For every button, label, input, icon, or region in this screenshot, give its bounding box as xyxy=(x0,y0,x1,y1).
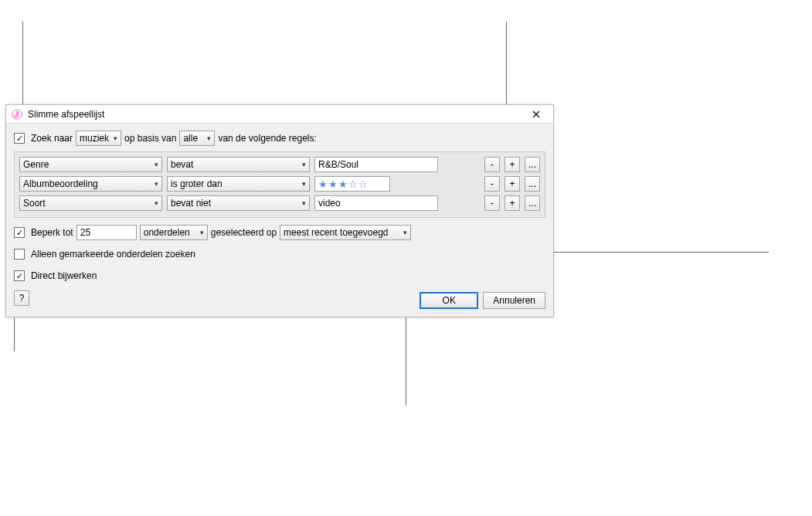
limit-sort-value: meest recent toegevoegd xyxy=(284,227,399,238)
rule-op-value: is groter dan xyxy=(171,178,297,189)
chevron-down-icon: ▾ xyxy=(155,180,158,188)
rule-row: Soort ▾ bevat niet ▾ video - + ... xyxy=(19,195,540,211)
rule-minus-button[interactable]: - xyxy=(484,157,500,172)
rule-plus-button[interactable]: + xyxy=(505,157,520,172)
live-update-label: Direct bijwerken xyxy=(31,270,97,281)
chevron-down-icon: ▾ xyxy=(302,180,306,188)
svg-point-0 xyxy=(12,109,22,118)
chevron-down-icon: ▾ xyxy=(155,199,158,207)
rule-op-select[interactable]: bevat niet ▾ xyxy=(167,195,310,211)
match-label-mid: op basis van xyxy=(124,133,176,144)
rule-field-select[interactable]: Genre ▾ xyxy=(19,157,162,172)
limit-value-text: 25 xyxy=(80,227,90,238)
only-checked-checkbox[interactable] xyxy=(14,249,25,260)
titlebar: Slimme afspeellijst xyxy=(6,105,553,124)
limit-value-input[interactable]: 25 xyxy=(76,225,137,240)
only-checked-label: Alleen gemarkeerde onderdelen zoeken xyxy=(31,249,195,260)
chevron-down-icon: ▾ xyxy=(302,199,306,207)
live-update-row: Direct bijwerken xyxy=(14,267,545,284)
rule-more-button[interactable]: ... xyxy=(525,157,540,172)
rule-op-value: bevat niet xyxy=(171,198,297,209)
rule-field-value: Soort xyxy=(23,198,150,209)
limit-unit-select[interactable]: onderdelen ▾ xyxy=(140,225,208,240)
media-select-value: muziek xyxy=(80,133,109,144)
chevron-down-icon: ▾ xyxy=(403,229,407,236)
match-label-prefix: Zoek naar xyxy=(31,133,73,144)
rule-row: Genre ▾ bevat ▾ R&B/Soul - + ... xyxy=(19,157,540,172)
dialog-body: Zoek naar muziek ▾ op basis van alle ▾ v… xyxy=(6,124,553,317)
rule-plus-button[interactable]: + xyxy=(505,176,520,192)
rule-field-select[interactable]: Albumbeoordeling ▾ xyxy=(19,176,162,192)
rule-op-select[interactable]: is groter dan ▾ xyxy=(167,176,310,192)
stars-icon: ★★★☆☆ xyxy=(318,178,368,190)
live-update-checkbox[interactable] xyxy=(14,270,25,281)
limit-label-mid: geselecteerd op xyxy=(211,227,277,238)
smart-playlist-dialog: Slimme afspeellijst Zoek naar muziek ▾ o… xyxy=(5,104,554,317)
rule-value-text: R&B/Soul xyxy=(318,159,358,170)
rule-field-select[interactable]: Soort ▾ xyxy=(19,195,162,211)
rule-minus-button[interactable]: - xyxy=(484,195,500,211)
rule-value-input[interactable]: R&B/Soul xyxy=(314,157,438,172)
rule-field-value: Albumbeoordeling xyxy=(23,178,150,189)
chevron-down-icon: ▾ xyxy=(155,161,158,168)
scope-select[interactable]: alle ▾ xyxy=(179,131,215,146)
only-checked-row: Alleen gemarkeerde onderdelen zoeken xyxy=(14,246,545,263)
chevron-down-icon: ▾ xyxy=(114,134,117,142)
dialog-footer: ? OK Annuleren xyxy=(14,287,545,309)
rule-field-value: Genre xyxy=(23,159,150,170)
limit-unit-value: onderdelen xyxy=(144,227,195,238)
limit-sort-select[interactable]: meest recent toegevoegd ▾ xyxy=(280,225,411,240)
dialog-title: Slimme afspeellijst xyxy=(28,109,524,120)
rule-value-text: video xyxy=(318,198,341,209)
rules-panel: Genre ▾ bevat ▾ R&B/Soul - + ... Albumbe… xyxy=(14,151,545,218)
action-buttons: OK Annuleren xyxy=(420,292,545,309)
ok-button[interactable]: OK xyxy=(420,292,478,309)
rule-op-select[interactable]: bevat ▾ xyxy=(167,157,310,172)
cancel-button[interactable]: Annuleren xyxy=(483,292,545,309)
rule-minus-button[interactable]: - xyxy=(484,176,500,192)
help-button[interactable]: ? xyxy=(14,290,29,306)
match-label-suffix: van de volgende regels: xyxy=(218,133,316,144)
rule-plus-button[interactable]: + xyxy=(505,195,520,211)
limit-label: Beperk tot xyxy=(31,227,73,238)
scope-select-value: alle xyxy=(183,133,202,144)
close-button[interactable] xyxy=(524,107,549,122)
limit-checkbox[interactable] xyxy=(14,227,25,238)
rule-more-button[interactable]: ... xyxy=(525,195,540,211)
rule-stars-input[interactable]: ★★★☆☆ xyxy=(314,176,390,192)
music-note-icon xyxy=(11,108,23,121)
limit-row: Beperk tot 25 onderdelen ▾ geselecteerd … xyxy=(14,224,545,241)
match-row: Zoek naar muziek ▾ op basis van alle ▾ v… xyxy=(14,130,545,147)
chevron-down-icon: ▾ xyxy=(200,229,204,236)
rule-op-value: bevat xyxy=(171,159,297,170)
match-checkbox[interactable] xyxy=(14,133,25,144)
chevron-down-icon: ▾ xyxy=(207,134,211,142)
rule-value-input[interactable]: video xyxy=(314,195,438,211)
rule-more-button[interactable]: ... xyxy=(525,176,540,192)
media-select[interactable]: muziek ▾ xyxy=(76,131,121,146)
rule-row: Albumbeoordeling ▾ is groter dan ▾ ★★★☆☆… xyxy=(19,176,540,192)
chevron-down-icon: ▾ xyxy=(302,161,306,168)
